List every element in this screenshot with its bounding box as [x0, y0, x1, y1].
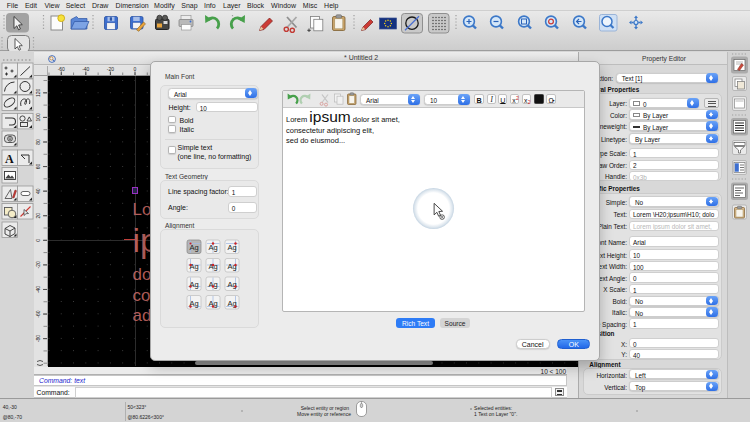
svg-text:0: 0	[35, 239, 41, 242]
svg-text:-60: -60	[35, 310, 41, 317]
svg-text:40: 40	[35, 188, 41, 194]
svg-text:80: 80	[35, 139, 41, 145]
svg-text:-20: -20	[106, 66, 113, 72]
svg-text:60: 60	[35, 164, 41, 170]
svg-text:-20: -20	[35, 261, 41, 268]
svg-text:-80: -80	[35, 335, 41, 342]
svg-text:-60: -60	[57, 66, 64, 72]
svg-text:-40: -40	[35, 286, 41, 293]
svg-text:100: 100	[35, 113, 41, 122]
svg-text:120: 120	[35, 88, 41, 97]
svg-text:A: A	[5, 152, 14, 166]
svg-text:20: 20	[35, 213, 41, 219]
svg-text:0: 0	[133, 66, 136, 72]
svg-text:-40: -40	[82, 66, 89, 72]
